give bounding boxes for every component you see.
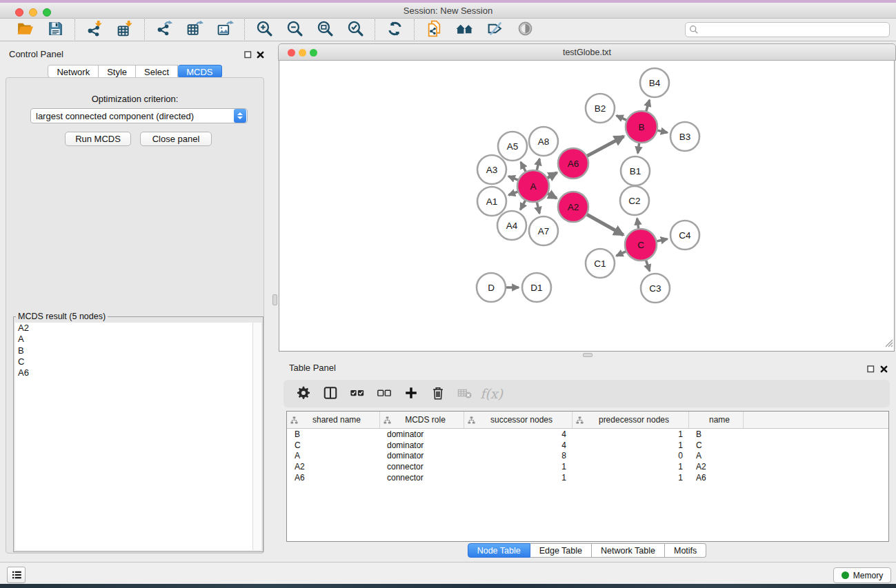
- network-canvas[interactable]: ABCA2A6A1A3A4A5A7A8B1B2B3B4C1C2C3C4DD1: [279, 61, 895, 352]
- network-node-B1[interactable]: B1: [621, 156, 650, 185]
- unselect-all-columns-button[interactable]: [376, 385, 392, 402]
- tab-style[interactable]: Style: [99, 65, 136, 78]
- network-node-A6[interactable]: A6: [558, 148, 588, 179]
- tab-mcds[interactable]: MCDS: [178, 65, 221, 78]
- network-window-titlebar[interactable]: testGlobe.txt: [278, 43, 896, 61]
- tab-node-table[interactable]: Node Table: [468, 543, 530, 558]
- cell-name[interactable]: A: [688, 451, 743, 460]
- task-history-button[interactable]: [7, 567, 26, 583]
- export-table-button[interactable]: [179, 19, 210, 40]
- network-node-C1[interactable]: C1: [586, 249, 615, 278]
- save-session-button[interactable]: [40, 19, 70, 40]
- table-row[interactable]: Bdominator41B: [287, 429, 888, 440]
- column-header-name[interactable]: name: [688, 412, 743, 428]
- network-node-B[interactable]: B: [626, 111, 657, 143]
- import-network-button[interactable]: [79, 19, 110, 40]
- cell-MCDS-role[interactable]: dominator: [379, 451, 464, 460]
- zoom-fit-content-button[interactable]: [310, 19, 340, 40]
- network-node-C4[interactable]: C4: [670, 221, 699, 250]
- cell-successor-nodes[interactable]: 1: [464, 462, 572, 472]
- cell-name[interactable]: A2: [688, 462, 743, 472]
- vertical-splitter-handle[interactable]: [272, 294, 277, 305]
- close-panel-icon[interactable]: [257, 49, 264, 57]
- search-field[interactable]: [685, 22, 890, 37]
- network-edge-A6-B[interactable]: [586, 136, 624, 157]
- table-row[interactable]: Cdominator41C: [287, 440, 888, 451]
- cell-predecessor-nodes[interactable]: 1: [572, 440, 688, 450]
- column-header-MCDS-role[interactable]: MCDS role: [379, 412, 464, 428]
- cell-successor-nodes[interactable]: 4: [464, 440, 572, 450]
- network-node-D[interactable]: D: [477, 273, 506, 302]
- tab-select[interactable]: Select: [136, 65, 178, 78]
- show-graphics-details-button[interactable]: [510, 19, 540, 40]
- cell-predecessor-nodes[interactable]: 1: [572, 462, 688, 472]
- network-node-B3[interactable]: B3: [670, 122, 699, 151]
- network-edge-A2-C[interactable]: [585, 214, 623, 235]
- export-network-button[interactable]: [149, 19, 179, 40]
- float-panel-icon[interactable]: [244, 49, 252, 57]
- import-table-button[interactable]: [110, 19, 140, 40]
- cell-MCDS-role[interactable]: dominator: [379, 440, 464, 450]
- result-list-item[interactable]: B: [15, 345, 261, 356]
- result-list-item[interactable]: A: [15, 334, 261, 345]
- close-panel-button[interactable]: Close panel: [140, 132, 212, 146]
- tab-network-table[interactable]: Network Table: [592, 543, 665, 558]
- cell-successor-nodes[interactable]: 1: [464, 473, 572, 483]
- float-table-panel-icon[interactable]: [867, 363, 875, 371]
- zoom-selected-button[interactable]: [340, 19, 370, 40]
- cell-predecessor-nodes[interactable]: 1: [572, 473, 688, 483]
- cell-name[interactable]: B: [688, 429, 743, 439]
- network-node-C[interactable]: C: [625, 229, 657, 261]
- network-node-A7[interactable]: A7: [529, 216, 558, 245]
- open-session-button[interactable]: [10, 19, 40, 40]
- result-list-item[interactable]: A6: [15, 367, 261, 378]
- tab-edge-table[interactable]: Edge Table: [530, 543, 592, 558]
- export-image-button[interactable]: [210, 19, 240, 40]
- cell-predecessor-nodes[interactable]: 1: [572, 429, 688, 439]
- select-all-columns-button[interactable]: [349, 385, 365, 402]
- column-header-shared-name[interactable]: shared name: [287, 412, 379, 428]
- clone-network-button[interactable]: [419, 19, 449, 40]
- table-row[interactable]: A2connector11A2: [287, 461, 888, 472]
- table-settings-button[interactable]: [295, 385, 311, 402]
- result-list-item[interactable]: A2: [15, 323, 261, 334]
- network-node-D1[interactable]: D1: [522, 273, 551, 302]
- result-list-scrollbar[interactable]: [252, 323, 261, 550]
- table-row[interactable]: Adominator80A: [287, 451, 888, 462]
- network-node-A5[interactable]: A5: [498, 132, 527, 161]
- cell-MCDS-role[interactable]: dominator: [379, 429, 464, 439]
- refresh-network-button[interactable]: [379, 19, 410, 40]
- search-input[interactable]: [699, 23, 889, 36]
- delete-column-button[interactable]: [430, 385, 446, 402]
- add-column-button[interactable]: [403, 385, 419, 402]
- cell-successor-nodes[interactable]: 8: [464, 451, 572, 460]
- network-node-A1[interactable]: A1: [477, 187, 506, 216]
- hide-annotations-button[interactable]: [479, 19, 510, 40]
- column-header-successor-nodes[interactable]: successor nodes: [464, 412, 572, 428]
- network-node-C3[interactable]: C3: [641, 274, 670, 303]
- cell-name[interactable]: C: [688, 440, 743, 450]
- network-node-B4[interactable]: B4: [640, 68, 669, 97]
- network-node-A2[interactable]: A2: [558, 192, 588, 222]
- cell-shared-name[interactable]: B: [287, 429, 379, 439]
- network-node-C2[interactable]: C2: [620, 186, 649, 215]
- table-row[interactable]: A6connector11A6: [287, 472, 888, 483]
- result-list-item[interactable]: C: [15, 356, 261, 367]
- run-mcds-button[interactable]: Run MCDS: [65, 132, 131, 146]
- cell-name[interactable]: A6: [688, 473, 743, 483]
- cell-predecessor-nodes[interactable]: 0: [572, 451, 688, 460]
- cell-shared-name[interactable]: A2: [287, 462, 379, 472]
- network-node-A4[interactable]: A4: [497, 211, 526, 240]
- birds-eye-view-button[interactable]: [449, 19, 479, 40]
- optimization-criterion-select[interactable]: largest connected component (directed): [30, 108, 248, 123]
- cell-shared-name[interactable]: A: [287, 451, 379, 460]
- cell-MCDS-role[interactable]: connector: [379, 462, 464, 472]
- network-node-A8[interactable]: A8: [529, 127, 558, 156]
- cell-MCDS-role[interactable]: connector: [379, 473, 464, 483]
- cell-shared-name[interactable]: C: [287, 440, 379, 450]
- network-node-A[interactable]: A: [517, 170, 549, 202]
- tab-motifs[interactable]: Motifs: [665, 543, 706, 558]
- zoom-in-button[interactable]: [249, 19, 279, 40]
- close-table-panel-icon[interactable]: [880, 363, 888, 371]
- mcds-result-list[interactable]: A2ABCA6: [15, 323, 261, 550]
